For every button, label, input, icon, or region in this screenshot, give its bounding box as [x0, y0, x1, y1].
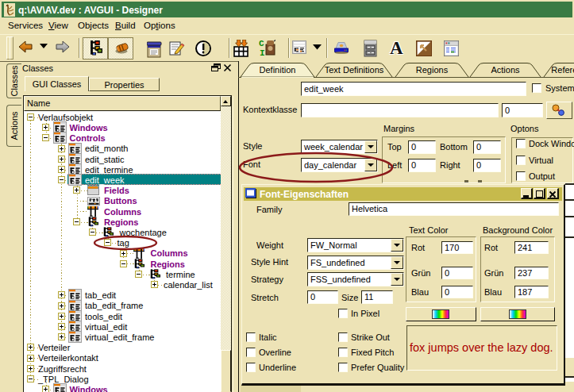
- svg-text:Actions: Actions: [491, 65, 520, 75]
- svg-text:Definition: Definition: [260, 65, 296, 75]
- svg-text:Actions: Actions: [10, 111, 19, 140]
- svg-text:Regions: Regions: [416, 65, 449, 75]
- svg-text:Text Definitions: Text Definitions: [325, 65, 384, 75]
- svg-text:Classes: Classes: [10, 65, 19, 97]
- svg-text:References: References: [551, 65, 574, 75]
- svg-text:C: C: [259, 39, 264, 48]
- svg-text:I: I: [260, 48, 265, 58]
